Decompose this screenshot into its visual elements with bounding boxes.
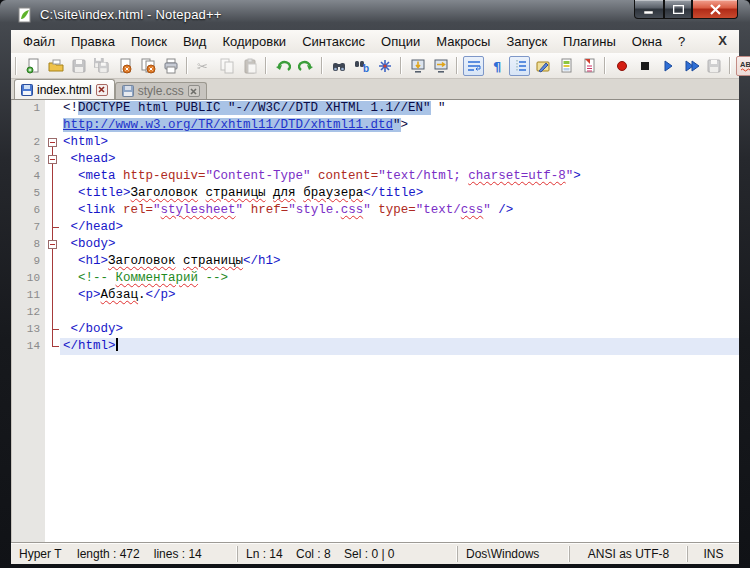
- menu-items: ФайлПравкаПоискВидКодировкиСинтаксисОпци…: [15, 32, 693, 51]
- doc-map-button[interactable]: [555, 56, 576, 76]
- code-line[interactable]: <!-- Комментарий -->: [60, 270, 739, 287]
- user-define-dialog-button[interactable]: [532, 56, 553, 76]
- client-area: ФайлПравкаПоискВидКодировкиСинтаксисОпци…: [11, 30, 739, 564]
- code-line[interactable]: <!DOCTYPE html PUBLIC "-//W3C//DTD XHTML…: [60, 100, 739, 117]
- code-line[interactable]: </body>: [60, 321, 739, 338]
- code-line[interactable]: http://www.w3.org/TR/xhtml11/DTD/xhtml11…: [60, 117, 739, 134]
- tab-close-icon[interactable]: [96, 84, 108, 96]
- macro-play-button[interactable]: [657, 56, 678, 76]
- macro-record-button[interactable]: [611, 56, 632, 76]
- tab-close-icon[interactable]: [188, 85, 200, 97]
- code-line[interactable]: <h1>Заголовок страницы</h1>: [60, 253, 739, 270]
- line-number: 6: [12, 202, 45, 219]
- print-button[interactable]: [160, 56, 181, 76]
- line-number: 13: [12, 321, 45, 338]
- code-line[interactable]: <body>: [60, 236, 739, 253]
- undo-button[interactable]: [272, 56, 293, 76]
- indent-guide-button[interactable]: [509, 56, 530, 76]
- fold-cell: [45, 287, 60, 304]
- text-caret: [116, 338, 118, 351]
- open-file-button[interactable]: [45, 56, 66, 76]
- svg-text:b: b: [363, 63, 369, 74]
- fold-collapse-box[interactable]: [48, 240, 57, 249]
- word-wrap-button[interactable]: [463, 56, 484, 76]
- menu-item[interactable]: Синтаксис: [294, 32, 373, 51]
- new-file-button[interactable]: [22, 56, 43, 76]
- tab-style-css[interactable]: style.css: [115, 82, 207, 99]
- menu-item[interactable]: Кодировки: [214, 32, 294, 51]
- fold-collapse-box[interactable]: [48, 138, 57, 147]
- menu-item[interactable]: Плагины: [555, 32, 624, 51]
- code-line[interactable]: </html>: [60, 338, 739, 355]
- code-line[interactable]: [60, 304, 739, 321]
- toolbar-separator: [604, 57, 606, 74]
- replace-button[interactable]: b: [351, 56, 372, 76]
- code-line[interactable]: <link rel="stylesheet" href="style.css" …: [60, 202, 739, 219]
- notepad-plus-plus-icon: [17, 7, 33, 23]
- tab-index-html[interactable]: index.html: [14, 79, 115, 99]
- toolbar-separator: [729, 57, 731, 74]
- fold-cell: [45, 185, 60, 202]
- fold-collapse-box[interactable]: [48, 155, 57, 164]
- macro-run-multiple-button[interactable]: [680, 56, 701, 76]
- status-doc-info: Hyper T length : 472 lines : 14: [11, 546, 237, 562]
- line-number-margin: 1234567891011121314: [12, 100, 45, 542]
- paste-button[interactable]: [239, 56, 260, 76]
- fold-cell: [45, 338, 60, 355]
- redo-button[interactable]: [295, 56, 316, 76]
- copy-button[interactable]: [216, 56, 237, 76]
- toolbar-grip[interactable]: [15, 57, 17, 75]
- close-file-button[interactable]: [114, 56, 135, 76]
- sync-horizontal-button[interactable]: [430, 56, 451, 76]
- status-encoding: ANSI as UTF-8: [569, 546, 687, 562]
- status-length: length : 472: [77, 547, 140, 561]
- code-line[interactable]: <html>: [60, 134, 739, 151]
- code-line[interactable]: <p>Абзац.</p>: [60, 287, 739, 304]
- menu-item[interactable]: Макросы: [428, 32, 498, 51]
- menu-item[interactable]: ?: [670, 32, 693, 51]
- line-number: 11: [12, 287, 45, 304]
- close-button[interactable]: [692, 0, 738, 19]
- macro-stop-button[interactable]: [634, 56, 655, 76]
- code-line[interactable]: <meta http-equiv="Content-Type" content=…: [60, 168, 739, 185]
- tab-bar: index.html style.css: [11, 79, 739, 100]
- spell-check-button[interactable]: ABC: [736, 56, 750, 76]
- menu-item[interactable]: Опции: [373, 32, 428, 51]
- close-all-button[interactable]: [137, 56, 158, 76]
- status-eol-format: Dos\Windows: [457, 546, 569, 562]
- menu-item[interactable]: Файл: [15, 32, 63, 51]
- sync-vertical-button[interactable]: [407, 56, 428, 76]
- menu-item[interactable]: Поиск: [123, 32, 175, 51]
- minimize-button[interactable]: [634, 0, 664, 19]
- code-area[interactable]: <!DOCTYPE html PUBLIC "-//W3C//DTD XHTML…: [60, 100, 739, 542]
- editor[interactable]: 1234567891011121314 <!DOCTYPE html PUBLI…: [11, 100, 739, 542]
- fold-cell: [45, 117, 60, 134]
- saved-file-icon: [122, 85, 134, 97]
- macro-save-button[interactable]: [703, 56, 724, 76]
- line-number: 4: [12, 168, 45, 185]
- find-button[interactable]: [328, 56, 349, 76]
- maximize-button[interactable]: [664, 0, 692, 19]
- zoom-in-button[interactable]: [374, 56, 395, 76]
- line-number: 1: [12, 100, 45, 117]
- window-title: C:\site\index.html - Notepad++: [40, 7, 222, 22]
- status-bar: Hyper T length : 472 lines : 14 Ln : 14 …: [11, 542, 739, 564]
- code-line[interactable]: </head>: [60, 219, 739, 236]
- save-file-button[interactable]: [68, 56, 89, 76]
- menu-item[interactable]: Вид: [175, 32, 215, 51]
- code-line[interactable]: <head>: [60, 151, 739, 168]
- status-caret-position: Ln : 14 Col : 8 Sel : 0 | 0: [237, 546, 457, 562]
- cut-button[interactable]: ✂: [193, 56, 214, 76]
- toolbar-separator: [400, 57, 402, 74]
- menu-item[interactable]: Запуск: [498, 32, 555, 51]
- menu-close-icon[interactable]: X: [714, 33, 731, 48]
- fold-cell: [45, 236, 60, 253]
- save-all-button[interactable]: [91, 56, 112, 76]
- fold-cell: [45, 100, 60, 117]
- show-all-chars-button[interactable]: ¶: [486, 56, 507, 76]
- code-line[interactable]: <title>Заголовок страницы для браузера</…: [60, 185, 739, 202]
- toolbar-separator: [265, 57, 267, 74]
- menu-item[interactable]: Правка: [63, 32, 123, 51]
- function-list-button[interactable]: [578, 56, 599, 76]
- menu-item[interactable]: Окна: [624, 32, 670, 51]
